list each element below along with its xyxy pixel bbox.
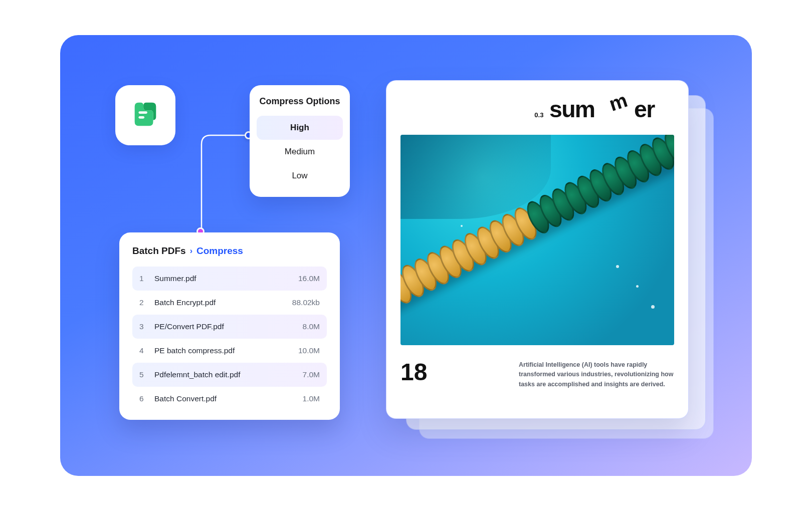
compress-option-low[interactable]: Low: [257, 164, 343, 188]
document-subtitle: 0.3: [534, 111, 543, 119]
file-row[interactable]: 2Batch Encrypt.pdf88.02kb: [132, 291, 327, 315]
file-size: 8.0M: [303, 322, 320, 331]
file-row[interactable]: 1Summer.pdf16.0M: [132, 267, 327, 291]
svg-text:sum: sum: [549, 96, 594, 122]
chevron-right-icon: ›: [190, 246, 192, 256]
file-row[interactable]: 6Batch Convert.pdf1.0M: [132, 387, 327, 411]
document-footer: 18 Artificial Intelligence (AI) tools ha…: [400, 360, 674, 389]
document-preview-card[interactable]: 0.3 sum m er: [386, 80, 689, 419]
file-index: 5: [139, 370, 154, 379]
breadcrumb: Batch PDFs › Compress: [132, 245, 327, 257]
compress-options-title: Compress Options: [257, 96, 343, 107]
file-name: Summer.pdf: [154, 274, 298, 283]
compress-options-card: Compress Options HighMediumLow: [250, 85, 350, 197]
file-row[interactable]: 3PE/Convert PDF.pdf8.0M: [132, 315, 327, 339]
page-number: 18: [400, 360, 427, 384]
svg-rect-0: [138, 111, 147, 114]
file-name: Pdfelemnt_batch edit.pdf: [154, 370, 303, 379]
compress-option-medium[interactable]: Medium: [257, 140, 343, 164]
file-index: 4: [139, 346, 154, 355]
file-row[interactable]: 5Pdfelemnt_batch edit.pdf7.0M: [132, 363, 327, 387]
document-blurb: Artificial Intelligence (AI) tools have …: [519, 360, 674, 389]
file-size: 7.0M: [303, 370, 320, 379]
file-name: PE batch compress.pdf: [154, 346, 298, 355]
file-name: Batch Encrypt.pdf: [154, 298, 292, 307]
file-size: 10.0M: [298, 346, 320, 355]
file-name: Batch Convert.pdf: [154, 394, 303, 403]
svg-text:er: er: [634, 96, 655, 122]
app-logo-card: [115, 85, 175, 145]
summer-wordmark-icon: sum m er: [549, 95, 674, 126]
document-preview-stack: 0.3 sum m er: [386, 80, 707, 431]
breadcrumb-current: Compress: [196, 245, 243, 257]
file-index: 2: [139, 298, 154, 307]
breadcrumb-root[interactable]: Batch PDFs: [132, 245, 186, 257]
file-size: 1.0M: [303, 394, 320, 403]
app-canvas: Compress Options HighMediumLow Batch PDF…: [60, 35, 752, 476]
pdfelement-logo-icon: [130, 99, 161, 132]
file-name: PE/Convert PDF.pdf: [154, 322, 303, 331]
document-header: 0.3 sum m er: [400, 95, 674, 126]
document-hero-image: [400, 135, 674, 345]
file-row[interactable]: 4PE batch compress.pdf10.0M: [132, 339, 327, 363]
svg-rect-1: [138, 116, 144, 119]
file-index: 6: [139, 394, 154, 403]
compress-option-high[interactable]: High: [257, 116, 343, 140]
file-index: 3: [139, 322, 154, 331]
svg-text:m: m: [606, 95, 630, 115]
file-index: 1: [139, 274, 154, 283]
file-size: 88.02kb: [292, 298, 320, 307]
batch-pdfs-card: Batch PDFs › Compress 1Summer.pdf16.0M2B…: [119, 232, 340, 420]
file-size: 16.0M: [298, 274, 320, 283]
